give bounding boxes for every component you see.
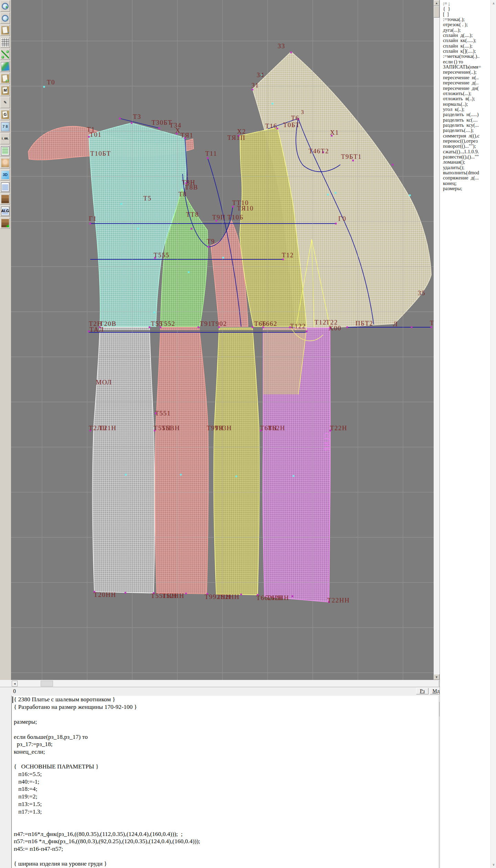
toolbar-view-3d-icon[interactable]: 3D (0, 169, 10, 180)
toolbar-operations-list-icon[interactable] (0, 181, 10, 193)
command-item[interactable]: отрезок( . ); (440, 22, 491, 27)
reference-point[interactable] (335, 192, 337, 194)
toolbar-exit-book-icon[interactable]: ◀ (0, 217, 10, 229)
pattern-point[interactable] (252, 89, 254, 91)
toolbar-algorithm-doc-icon[interactable]: ALG (0, 205, 10, 217)
pattern-point[interactable] (347, 327, 348, 328)
command-item[interactable]: выполнить(dmod (440, 170, 491, 175)
reference-point[interactable] (236, 476, 237, 477)
command-item[interactable]: разделить ксу(... (440, 123, 491, 128)
command-item[interactable]: сплайн к[](....); (440, 49, 491, 54)
toolbar-grid-icon[interactable] (0, 37, 10, 48)
pattern-point[interactable] (207, 157, 209, 159)
toolbar-piece-m-icon[interactable]: M (0, 85, 10, 96)
toolbar-size-table-icon[interactable] (0, 145, 10, 156)
command-item[interactable]: :=метка(точка(.).. (440, 54, 491, 59)
pattern-point[interactable] (252, 327, 254, 328)
pattern-piece-side-front-skirt[interactable] (214, 328, 259, 595)
pattern-point[interactable] (185, 593, 187, 595)
command-item[interactable]: разделить кс(.... (440, 117, 491, 123)
reference-point[interactable] (223, 257, 224, 259)
command-item[interactable]: развести((),()..."" (440, 154, 491, 159)
reference-point[interactable] (43, 86, 45, 88)
command-item[interactable]: := ; (440, 1, 491, 6)
command-item[interactable]: разделить н(.....) (440, 112, 491, 117)
pattern-point[interactable] (119, 118, 121, 120)
toolbar-piece-preview-icon[interactable]: ◔ (0, 24, 10, 36)
command-item[interactable]: ломаная(); (440, 159, 491, 165)
command-item[interactable]: если () то (440, 59, 491, 64)
pattern-point[interactable] (131, 122, 133, 124)
pattern-drawing[interactable]: Т0Т3Т30БТТ34ХТЯ1Т1Т01Т10БТТ5Т8НТ8ВТ8Х2ТЯ… (11, 0, 434, 680)
reference-point[interactable] (121, 203, 122, 205)
canvas-hscroll-thumb[interactable] (41, 681, 53, 686)
pattern-point[interactable] (290, 52, 292, 53)
mode-rz-button[interactable]: Рз (416, 688, 428, 694)
pattern-point[interactable] (149, 327, 151, 328)
reference-point[interactable] (327, 194, 329, 196)
command-item[interactable]: отложить(...); (440, 91, 491, 96)
command-item[interactable]: сплайн к(....); (440, 43, 491, 49)
scroll-left-icon[interactable]: ◄ (12, 681, 18, 686)
command-item[interactable]: пересечение д(.. (440, 80, 491, 85)
toolbar-blueprint-icon[interactable]: 7 8 (0, 121, 10, 132)
reference-point[interactable] (272, 103, 273, 105)
command-item[interactable]: разделить(....); (440, 128, 491, 133)
command-item[interactable]: { } (440, 6, 491, 11)
toolbar-piece-outline-icon[interactable]: ◻ (0, 73, 10, 84)
command-item[interactable]: отложить в(..); (440, 96, 491, 101)
scroll-down-icon[interactable]: ▼ (434, 674, 440, 680)
pattern-piece-side-back-skirt[interactable] (155, 327, 208, 594)
pattern-point[interactable] (292, 596, 293, 597)
pattern-point[interactable] (198, 327, 199, 328)
command-panel-scrollbar[interactable]: ∧ ∨ (490, 0, 496, 868)
command-item[interactable]: пересечение н(.. (440, 75, 491, 80)
reference-point[interactable] (154, 312, 155, 313)
panel-scroll-down-icon[interactable]: ∨ (492, 862, 496, 867)
pattern-point[interactable] (431, 327, 432, 328)
command-item[interactable]: пересечение(..); (440, 70, 491, 75)
command-item[interactable]: :=точка(.); (440, 17, 491, 22)
toolbar-zoom-out-icon[interactable]: - (0, 12, 10, 24)
pattern-point[interactable] (208, 246, 209, 248)
toolbar-model-photo-icon[interactable] (0, 157, 10, 168)
canvas-vscrollbar[interactable]: ▲ ▼ (434, 0, 440, 680)
command-item[interactable]: поворот(()...""); (440, 144, 491, 149)
toolbar-measure-segment-icon[interactable] (0, 49, 10, 60)
reference-point[interactable] (125, 474, 127, 476)
pattern-point[interactable] (306, 331, 308, 332)
scroll-up-icon[interactable]: ▲ (434, 0, 440, 6)
command-item[interactable]: пересечение дн( (440, 86, 491, 91)
pattern-point[interactable] (392, 164, 394, 166)
command-item[interactable]: сплайн кк(.....); (440, 38, 491, 43)
reference-point[interactable] (293, 475, 294, 477)
canvas-vscroll-thumb[interactable] (434, 6, 440, 18)
pattern-point[interactable] (158, 127, 160, 129)
pattern-point[interactable] (411, 327, 413, 328)
drawing-canvas[interactable]: Т0Т3Т30БТТ34ХТЯ1Т1Т01Т10БТТ5Т8НТ8ВТ8Х2ТЯ… (11, 0, 434, 680)
command-item[interactable]: симметрия л((),с (440, 133, 491, 138)
toolbar-piece-g-icon[interactable]: G (0, 109, 10, 120)
command-item[interactable]: [ ] (440, 12, 491, 17)
toolbar-library-books-icon[interactable] (0, 193, 10, 205)
pattern-point[interactable] (125, 592, 126, 594)
toolbar-ruler-angle-icon[interactable]: ✎ (0, 97, 10, 108)
command-item[interactable]: перенос((),отрез (440, 138, 491, 144)
toolbar-zoom-in-icon[interactable]: + (0, 0, 10, 12)
pattern-piece-back-skirt[interactable] (92, 327, 155, 593)
reference-point[interactable] (188, 271, 190, 273)
canvas-hscrollbar[interactable]: ◄ ► (0, 680, 445, 687)
toolbar-i66-label[interactable]: i_66. (0, 133, 10, 144)
command-item[interactable]: удалить(); (440, 165, 491, 170)
pattern-point[interactable] (335, 223, 337, 225)
command-item[interactable]: сжать(()..,1.1.0.9. (440, 149, 491, 154)
command-item[interactable]: размеры; (440, 186, 491, 191)
command-item[interactable]: ЗАПИСАТЬ(имя= (440, 64, 491, 70)
pattern-point[interactable] (90, 223, 91, 225)
editor-text-area[interactable]: { 2380 Платье с шалевым воротником }{ Ра… (11, 696, 438, 868)
pattern-point[interactable] (282, 259, 284, 260)
reference-point[interactable] (137, 228, 139, 230)
pattern-point[interactable] (240, 594, 242, 596)
command-item[interactable]: сплайн д(....); (440, 33, 491, 38)
command-item[interactable]: нормаль(..); (440, 102, 491, 107)
